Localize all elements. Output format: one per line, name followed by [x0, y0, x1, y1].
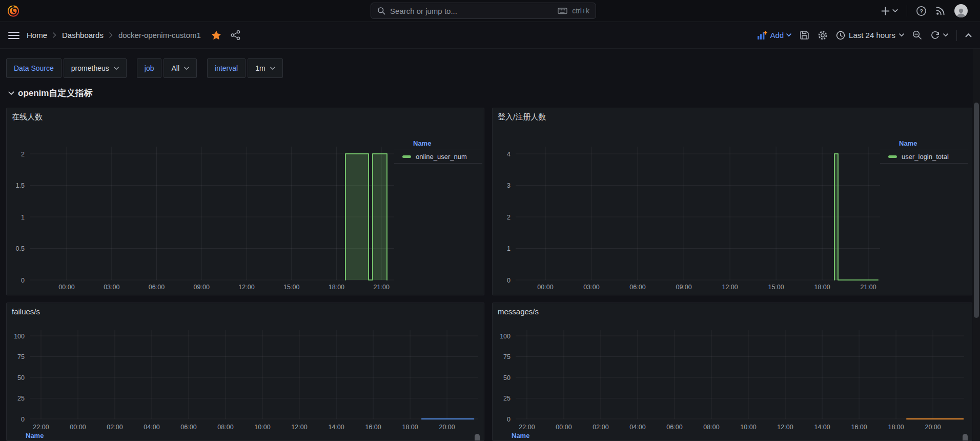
clock-icon	[836, 31, 845, 40]
dashboard-settings-button[interactable]	[818, 30, 828, 41]
variable-value-job[interactable]: All	[164, 58, 197, 78]
svg-text:75: 75	[503, 353, 511, 360]
time-range-picker[interactable]: Last 24 hours	[836, 31, 904, 40]
variable-interval: interval 1m	[207, 58, 283, 78]
timeseries-chart-canvas[interactable]: 0123400:0003:0006:0009:0012:0015:0018:00…	[493, 108, 880, 293]
svg-text:06:00: 06:00	[149, 284, 165, 291]
refresh-interval-dropdown[interactable]	[943, 33, 948, 37]
zoom-out-time-button[interactable]	[912, 30, 922, 40]
refresh-icon	[930, 30, 940, 40]
svg-text:06:00: 06:00	[180, 424, 196, 431]
svg-text:08:00: 08:00	[217, 424, 233, 431]
panel-title[interactable]: 登入/注册人数	[493, 112, 546, 122]
svg-text:100: 100	[500, 333, 511, 340]
mega-menu-button[interactable]	[8, 31, 19, 39]
svg-text:22:00: 22:00	[519, 424, 535, 431]
search-input[interactable]: Search or jump to... ctrl+k	[371, 3, 596, 19]
chevron-down-icon	[184, 67, 189, 70]
breadcrumb-separator-icon	[53, 32, 56, 38]
search-icon	[377, 7, 385, 15]
panel-title[interactable]: 在线人数	[7, 112, 43, 122]
keyboard-icon	[558, 7, 567, 15]
rss-icon	[935, 6, 946, 16]
svg-text:18:00: 18:00	[814, 284, 830, 291]
svg-text:16:00: 16:00	[851, 424, 867, 431]
legend-header[interactable]: Name	[512, 432, 529, 439]
svg-text:25: 25	[503, 395, 511, 402]
collapse-toolbar-button[interactable]	[965, 33, 972, 37]
page-scrollbar-thumb[interactable]	[974, 103, 979, 318]
row-title: openim自定义指标	[18, 87, 92, 99]
refresh-controls	[930, 30, 948, 40]
grafana-logo-icon	[7, 4, 20, 17]
svg-text:100: 100	[14, 333, 25, 340]
legend-header[interactable]: Name	[394, 137, 482, 150]
panel-failures-per-sec: failues/s 025507510022:0000:0002:0004:00…	[6, 303, 484, 441]
variable-label-job: job	[137, 58, 162, 78]
new-menu-button[interactable]	[881, 7, 898, 15]
refresh-button[interactable]	[930, 30, 940, 40]
panel-scrollbar-thumb[interactable]	[963, 434, 968, 441]
variable-label-interval: interval	[207, 58, 246, 78]
svg-text:21:00: 21:00	[860, 284, 876, 291]
chevron-down-icon	[8, 91, 14, 95]
dashboard-toolbar: Home Dashboards docker-openim-custom1	[0, 22, 980, 49]
panel-scrollbar-thumb[interactable]	[475, 434, 480, 441]
timeseries-chart-canvas[interactable]: 025507510022:0000:0002:0004:0006:0008:00…	[7, 303, 484, 440]
svg-text:18:00: 18:00	[888, 424, 904, 431]
page-scrollbar-track[interactable]	[973, 49, 980, 441]
panel-title[interactable]: messages/s	[493, 307, 539, 316]
panel-title[interactable]: failues/s	[7, 307, 40, 316]
legend-header[interactable]: Name	[26, 432, 44, 439]
share-dashboard-button[interactable]	[231, 30, 240, 40]
chevron-down-icon	[943, 33, 948, 37]
svg-text:2: 2	[507, 214, 511, 221]
help-button[interactable]: ?	[916, 6, 927, 16]
svg-text:22:00: 22:00	[33, 424, 49, 431]
timeseries-chart-canvas[interactable]: 025507510022:0000:0002:0004:0006:0008:00…	[493, 303, 971, 440]
svg-text:15:00: 15:00	[283, 284, 299, 291]
news-button[interactable]	[935, 6, 946, 16]
svg-text:?: ?	[920, 8, 923, 14]
svg-text:14:00: 14:00	[328, 424, 344, 431]
legend-header[interactable]: Name	[880, 137, 968, 150]
svg-text:00:00: 00:00	[537, 284, 553, 291]
breadcrumb-home[interactable]: Home	[27, 31, 47, 39]
svg-text:10:00: 10:00	[254, 424, 270, 431]
plus-icon	[881, 7, 890, 15]
user-avatar[interactable]	[954, 4, 968, 17]
svg-text:04:00: 04:00	[144, 424, 159, 431]
svg-text:50: 50	[17, 374, 25, 382]
svg-text:0: 0	[21, 277, 25, 284]
row-openim-custom-metrics[interactable]: openim自定义指标	[8, 87, 92, 99]
svg-text:0: 0	[507, 277, 511, 284]
favorite-star-button[interactable]	[211, 30, 221, 40]
variable-value-interval[interactable]: 1m	[248, 58, 282, 78]
grafana-logo[interactable]	[7, 4, 20, 17]
chevron-down-icon	[899, 33, 904, 37]
person-icon	[955, 7, 967, 17]
share-icon	[231, 30, 240, 40]
timeseries-chart-canvas[interactable]: 00.511.5200:0003:0006:0009:0012:0015:001…	[7, 108, 394, 293]
add-panel-button[interactable]: Add	[757, 31, 791, 40]
toolbar-divider	[956, 30, 957, 41]
legend-item[interactable]: user_login_total	[880, 150, 968, 164]
svg-text:06:00: 06:00	[666, 424, 682, 431]
variable-value-datasource[interactable]: prometheus	[64, 58, 127, 78]
chevron-down-icon	[270, 67, 275, 70]
svg-text:00:00: 00:00	[556, 424, 571, 431]
save-dashboard-button[interactable]	[800, 30, 809, 40]
variable-label-datasource: Data Source	[6, 58, 62, 78]
breadcrumb: Home Dashboards docker-openim-custom1	[27, 31, 201, 39]
svg-text:1: 1	[21, 214, 25, 221]
variable-datasource: Data Source prometheus	[6, 58, 127, 78]
series-color-marker	[888, 155, 897, 158]
panel-online-users: 在线人数 00.511.5200:0003:0006:0009:0012:001…	[6, 108, 484, 295]
svg-text:15:00: 15:00	[768, 284, 784, 291]
svg-text:21:00: 21:00	[374, 284, 390, 291]
svg-text:04:00: 04:00	[629, 424, 645, 431]
breadcrumb-dashboards[interactable]: Dashboards	[62, 31, 104, 39]
legend-item[interactable]: online_user_num	[394, 150, 482, 164]
svg-text:03:00: 03:00	[104, 284, 119, 291]
dashboard-variables: Data Source prometheus job All interval …	[6, 58, 283, 78]
